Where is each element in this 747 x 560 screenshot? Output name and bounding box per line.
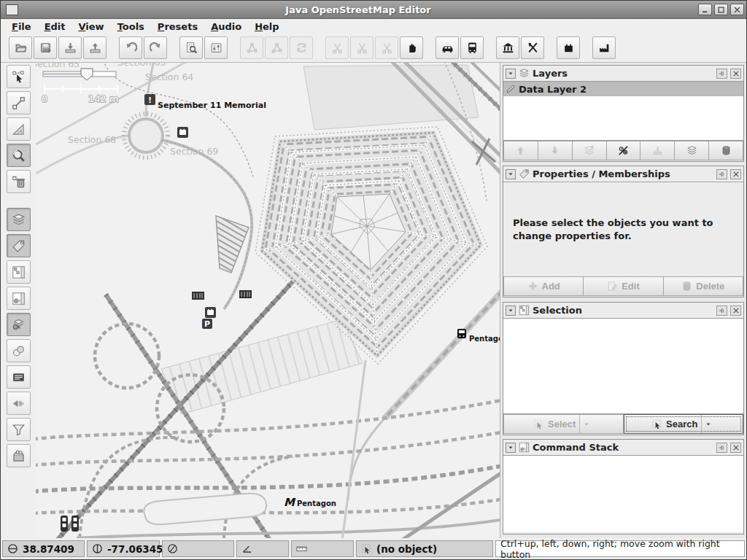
map-svg[interactable]: 0 142 m Section 65 Section 63 Section 64…: [36, 63, 500, 538]
selection-list-icon: [12, 265, 26, 279]
castle-preset-button[interactable]: [557, 36, 580, 59]
open-folder-icon: [15, 42, 27, 54]
trash-icon: [681, 281, 692, 292]
command-close-button[interactable]: [730, 443, 741, 453]
command-pin-button[interactable]: [716, 443, 727, 453]
menu-tools[interactable]: Tools: [111, 20, 151, 34]
preferences-button[interactable]: [204, 36, 228, 59]
layers-pin-button[interactable]: [716, 69, 727, 79]
properties-panel-toggle[interactable]: [7, 234, 31, 257]
menu-help[interactable]: Help: [248, 20, 285, 34]
open-file-button[interactable]: [9, 36, 32, 59]
notes-panel-toggle[interactable]: [7, 365, 31, 389]
menu-file[interactable]: File: [5, 20, 38, 34]
properties-close-button[interactable]: [730, 169, 741, 179]
properties-toolbar: Add Edit Delete: [503, 276, 743, 296]
layers-collapse-button[interactable]: [506, 69, 516, 79]
layers-close-button[interactable]: [730, 69, 741, 79]
selection-panel-toggle[interactable]: [7, 260, 31, 284]
edit-tool-column: [1, 63, 36, 538]
changeset-panel-toggle[interactable]: [7, 444, 31, 467]
menu-edit[interactable]: Edit: [38, 20, 72, 34]
upload-data-button[interactable]: [83, 36, 107, 59]
layers-list[interactable]: Data Layer 2: [503, 81, 743, 141]
search-button-panel[interactable]: Search: [624, 414, 744, 434]
filter-panel-toggle[interactable]: [7, 418, 31, 441]
bank-preset-button[interactable]: [496, 36, 519, 59]
parking-poi[interactable]: P: [202, 319, 212, 329]
factory-preset-button[interactable]: [592, 36, 616, 59]
select-dropdown[interactable]: [579, 415, 593, 433]
castle-icon: [562, 42, 575, 54]
mappaint-panel-toggle[interactable]: [7, 313, 31, 336]
zoom-tool[interactable]: [7, 144, 31, 167]
properties-pin-button[interactable]: [716, 169, 727, 179]
pin-icon: [719, 171, 726, 178]
delete-tool[interactable]: [7, 170, 31, 193]
close-icon: [732, 171, 740, 178]
metro-ic: M: [284, 496, 296, 509]
tv-poi[interactable]: [205, 307, 216, 318]
map-canvas[interactable]: 0 142 m Section 65 Section 63 Section 64…: [36, 63, 500, 538]
maximize-button[interactable]: [714, 4, 728, 15]
select-move-tool[interactable]: [7, 65, 31, 88]
toolbar-separator: [229, 47, 240, 48]
save-button[interactable]: [34, 36, 57, 59]
object-info-field: (no object): [356, 540, 493, 557]
selection-panel-header: Selection: [503, 303, 743, 318]
duplicate-layer-button[interactable]: [675, 141, 709, 160]
search-dropdown[interactable]: [701, 415, 715, 433]
selection-panel: Selection Select Search: [503, 302, 744, 435]
pan-button[interactable]: [400, 36, 423, 59]
menu-audio[interactable]: Audio: [204, 20, 248, 34]
building-poi[interactable]: [192, 292, 204, 300]
bus-preset-button[interactable]: [460, 36, 484, 59]
command-collapse-button[interactable]: [506, 443, 516, 453]
toolbar-separator: [108, 47, 119, 48]
redo-button[interactable]: [144, 36, 167, 59]
factory-icon: [598, 42, 611, 54]
undo-button[interactable]: [119, 36, 142, 59]
draw-node-tool[interactable]: [7, 91, 31, 114]
measure-tool[interactable]: [7, 117, 31, 141]
close-icon: [733, 6, 741, 14]
command-stack-list[interactable]: [503, 455, 743, 532]
menu-view[interactable]: View: [72, 20, 111, 34]
download-data-button[interactable]: [58, 36, 82, 59]
toolbar-separator: [314, 47, 325, 48]
search-button[interactable]: [179, 36, 203, 59]
delete-layer-button[interactable]: [709, 141, 743, 160]
merge-layers-icon: [584, 145, 595, 156]
selection-collapse-button[interactable]: [506, 306, 516, 316]
close-button[interactable]: [730, 4, 744, 15]
merge-nodes-button: [240, 36, 263, 59]
layer-row[interactable]: Data Layer 2: [503, 82, 743, 96]
car-preset-button[interactable]: [436, 36, 459, 59]
properties-panel-title: Properties / Memberships: [533, 168, 713, 179]
menu-presets[interactable]: Presets: [151, 20, 204, 34]
title-bar[interactable]: Java OpenStreetMap Editor: [1, 1, 746, 19]
building-poi[interactable]: [239, 290, 252, 298]
eye-slash-icon: [618, 145, 629, 156]
split-way-button: [325, 36, 349, 59]
restaurant-preset-button[interactable]: [521, 36, 544, 59]
toggle-layer-visibility-button[interactable]: [607, 141, 641, 160]
parking-ic: P: [204, 319, 210, 329]
tv-poi[interactable]: [177, 127, 188, 138]
minimize-button[interactable]: [698, 4, 712, 15]
conflict-panel-toggle[interactable]: [7, 392, 31, 415]
merge-nodes-icon: [246, 42, 258, 54]
delete-label: Delete: [696, 281, 724, 292]
move-layer-up-button: [503, 141, 538, 160]
heading-field: [162, 540, 234, 557]
minimap-panel-toggle[interactable]: [7, 287, 31, 310]
selection-close-button[interactable]: [730, 306, 741, 316]
layers-panel-toggle[interactable]: [7, 208, 31, 231]
layers-icon: [12, 213, 26, 227]
relations-panel-toggle[interactable]: [7, 339, 31, 362]
selection-pin-button[interactable]: [716, 306, 727, 316]
angle-icon: [241, 543, 252, 554]
properties-collapse-button[interactable]: [506, 169, 516, 179]
selection-list[interactable]: [503, 318, 743, 414]
combine-way-button: [350, 36, 374, 59]
